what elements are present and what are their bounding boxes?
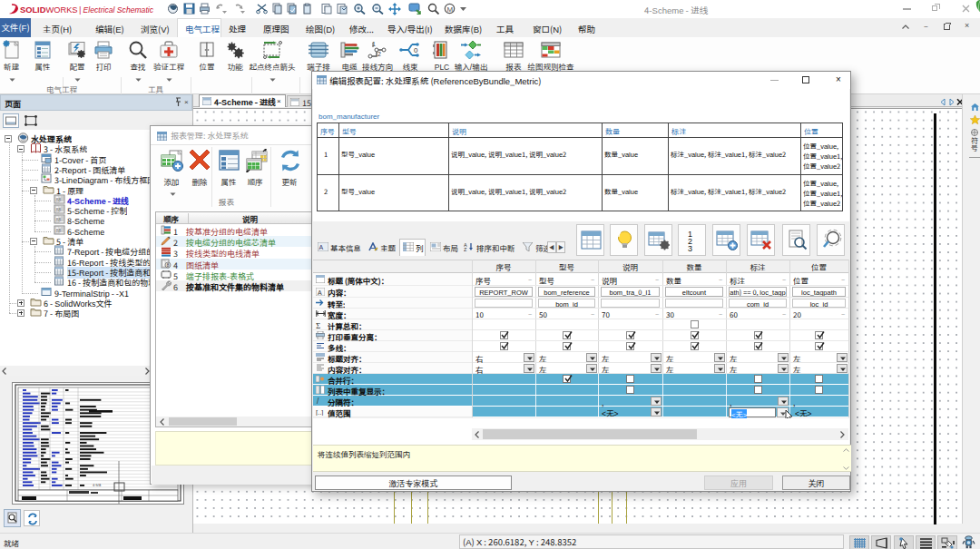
svg-text:M: M xyxy=(447,5,454,14)
svg-text:SOLIDWORKS: SOLIDWORKS xyxy=(20,5,78,15)
svg-text:Σ: Σ xyxy=(316,321,320,329)
svg-text:4-5/8: 4-5/8 xyxy=(93,482,102,487)
svg-text:0: 0 xyxy=(414,46,418,54)
svg-text:88: 88 xyxy=(56,217,62,222)
svg-text:2: 2 xyxy=(377,51,381,57)
svg-text:| Electrical Schematic: | Electrical Schematic xyxy=(79,5,154,15)
svg-text:[..]: [..] xyxy=(316,408,323,417)
svg-text:88: 88 xyxy=(56,228,62,233)
svg-text:88: 88 xyxy=(56,207,62,212)
svg-text:A: A xyxy=(319,244,324,250)
svg-text:A: A xyxy=(318,289,322,295)
svg-text:/: / xyxy=(317,397,319,405)
svg-text:3: 3 xyxy=(688,244,692,251)
svg-text:88: 88 xyxy=(56,197,62,202)
